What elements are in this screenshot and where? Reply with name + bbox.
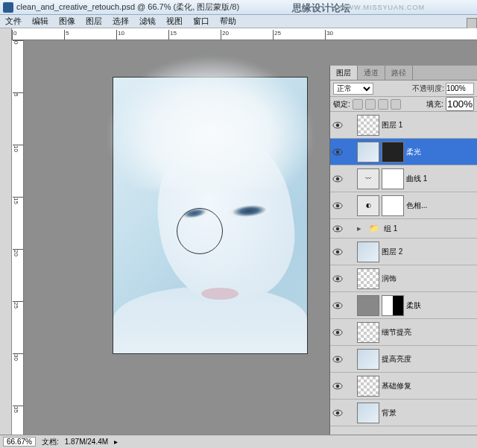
layer-thumbnail[interactable] [357,376,379,397]
layer-mask-thumbnail[interactable] [382,142,404,163]
tab-paths[interactable]: 路径 [385,66,413,80]
layer-row[interactable]: 图层 2 [330,239,477,265]
menu-item[interactable]: 编辑 [27,16,54,27]
svg-point-15 [336,303,339,306]
layer-row[interactable]: 柔光 [330,139,477,165]
svg-point-23 [336,411,339,414]
svg-point-21 [336,384,339,387]
document-title: clean_and_creative_retouch.psd @ 66.7% (… [16,1,239,13]
visibility-toggle-icon[interactable] [332,173,344,185]
layer-name[interactable]: 柔光 [406,147,476,157]
layer-name[interactable]: 提高亮度 [382,354,476,365]
layer-thumbnail[interactable]: 〰 [357,168,379,189]
menu-item[interactable]: 帮助 [215,16,241,27]
chevron-right-icon[interactable]: ▸ [114,438,118,446]
layer-mask-thumbnail[interactable] [382,295,404,316]
menu-bar[interactable]: 文件编辑图像图层选择滤镜视图窗口帮助 [0,15,477,28]
layer-row[interactable]: 细节提亮 [330,319,477,346]
blend-mode-select[interactable]: 正常 [333,83,373,95]
lock-position-icon[interactable] [378,99,388,110]
layer-thumbnail[interactable] [357,295,379,316]
menu-item[interactable]: 滤镜 [134,16,161,27]
svg-point-9 [336,227,339,230]
layer-name[interactable]: 细节提亮 [382,327,476,338]
layer-row[interactable]: 提高亮度 [330,346,477,373]
layer-mask-thumbnail[interactable] [382,168,404,189]
layer-name[interactable]: 曲线 1 [406,174,476,184]
layer-thumbnail[interactable]: ◐ [357,195,379,216]
layer-row[interactable]: 润饰 [330,265,477,292]
tool-strip[interactable] [0,28,12,435]
svg-point-11 [336,250,339,253]
menu-item[interactable]: 选择 [107,16,134,27]
lock-pixels-icon[interactable] [365,99,376,110]
layer-thumbnail[interactable] [357,142,379,163]
svg-point-1 [336,123,339,126]
visibility-toggle-icon[interactable] [332,407,344,419]
layer-row[interactable]: ▸📁组 1 [330,219,477,239]
brush-cursor [177,208,223,254]
layer-thumbnail[interactable] [357,242,379,262]
lock-transparency-icon[interactable] [353,99,363,110]
layer-row[interactable]: 基础修复 [330,373,477,400]
zoom-level[interactable]: 66.67% [3,437,36,447]
menu-item[interactable]: 图像 [54,16,80,27]
doc-size-label: 文档: [42,437,59,447]
watermark-url: WWW.MISSYUAN.COM [340,4,425,11]
visibility-toggle-icon[interactable] [332,326,344,338]
lock-label: 锁定: [333,99,350,110]
layer-name[interactable]: 柔肤 [406,300,476,311]
image-content [106,55,315,189]
layer-name[interactable]: 基础修复 [382,381,476,391]
menu-item[interactable]: 视图 [161,16,188,27]
tab-layers[interactable]: 图层 [330,66,358,80]
opacity-label: 不透明度: [412,83,444,94]
menu-item[interactable]: 文件 [0,16,27,27]
layer-name[interactable]: 润饰 [382,274,476,284]
lock-row: 锁定: 填充: [330,97,477,112]
visibility-toggle-icon[interactable] [332,273,344,285]
layers-list[interactable]: 图层 1柔光〰曲线 1◐色相...▸📁组 1图层 2润饰柔肤细节提亮提高亮度基础… [330,112,477,435]
visibility-toggle-icon[interactable] [332,119,344,131]
layer-row[interactable]: 柔肤 [330,292,477,319]
menu-item[interactable]: 图层 [80,16,107,27]
visibility-toggle-icon[interactable] [332,353,344,365]
svg-point-17 [336,330,339,333]
fill-input[interactable] [446,97,474,111]
visibility-toggle-icon[interactable] [332,146,344,158]
layer-thumbnail[interactable] [357,115,379,136]
layer-name[interactable]: 背景 [382,408,476,418]
expand-icon[interactable]: ▸ [357,224,364,233]
blend-mode-row: 正常 不透明度: [330,81,477,97]
svg-point-7 [336,204,339,206]
visibility-toggle-icon[interactable] [332,300,344,312]
layer-name[interactable]: 色相... [406,201,476,211]
layer-thumbnail[interactable] [357,268,379,289]
layer-row[interactable]: 图层 1 [330,112,477,139]
svg-point-5 [336,177,339,180]
svg-point-19 [336,357,339,360]
layer-mask-thumbnail[interactable] [382,195,404,216]
layer-thumbnail[interactable] [357,322,379,343]
visibility-toggle-icon[interactable] [332,223,344,235]
visibility-toggle-icon[interactable] [332,246,344,258]
layer-name[interactable]: 组 1 [384,224,476,234]
status-bar: 66.67% 文档: 1.87M/24.4M ▸ [0,435,477,448]
layer-thumbnail[interactable] [357,403,379,423]
menu-item[interactable]: 窗口 [188,16,215,27]
layer-row[interactable]: 〰曲线 1 [330,165,477,192]
panel-tabs[interactable]: 图层 通道 路径 [330,66,477,81]
layers-panel: 图层 通道 路径 正常 不透明度: 锁定: 填充: 图层 1柔光〰曲线 1◐色相… [329,66,477,435]
lock-all-icon[interactable] [391,99,401,110]
layer-name[interactable]: 图层 1 [382,120,476,130]
visibility-toggle-icon[interactable] [332,380,344,392]
layer-row[interactable]: 背景 [330,400,477,426]
app-icon [3,2,13,13]
layer-name[interactable]: 图层 2 [382,247,476,257]
svg-point-3 [336,150,339,153]
tab-channels[interactable]: 通道 [358,66,385,80]
layer-row[interactable]: ◐色相... [330,192,477,219]
layer-thumbnail[interactable] [357,349,379,370]
opacity-input[interactable] [446,83,474,95]
visibility-toggle-icon[interactable] [332,200,344,212]
